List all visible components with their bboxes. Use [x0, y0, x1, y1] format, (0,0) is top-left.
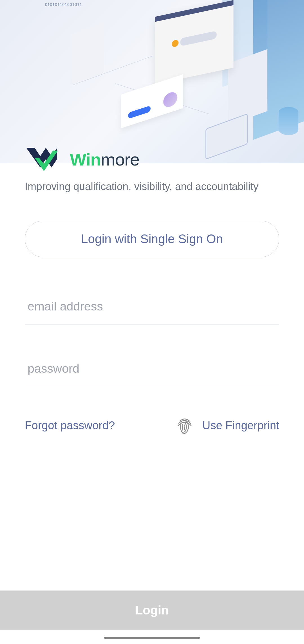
home-indicator[interactable] [104, 637, 200, 639]
hero-illustration: 010101101001011 [0, 0, 304, 163]
brand-logo-mark [25, 146, 59, 172]
forgot-password-link[interactable]: Forgot password? [25, 419, 115, 432]
email-input[interactable] [25, 288, 279, 325]
binary-decoration: 010101101001011 [45, 2, 82, 7]
fingerprint-label: Use Fingerprint [202, 419, 279, 432]
sso-login-button[interactable]: Login with Single Sign On [25, 221, 279, 257]
use-fingerprint-button[interactable]: Use Fingerprint [175, 415, 279, 435]
brand-name-part2: more [101, 150, 139, 169]
brand-logo-row: Winmore [25, 146, 279, 172]
brand-tagline: Improving qualification, visibility, and… [25, 181, 279, 193]
password-input[interactable] [25, 350, 279, 387]
brand-name-part1: Win [70, 150, 101, 169]
login-button[interactable]: Login [0, 591, 304, 630]
fingerprint-icon [175, 415, 195, 435]
brand-logo-text: Winmore [70, 149, 139, 169]
